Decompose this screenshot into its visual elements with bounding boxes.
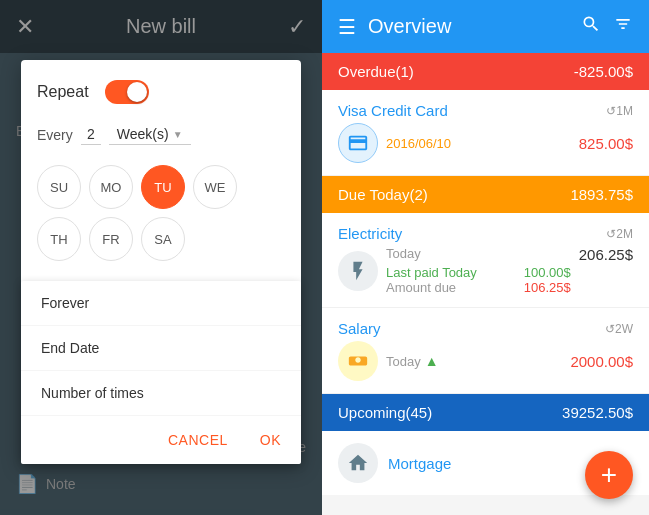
cancel-button[interactable]: CANCEL — [160, 428, 236, 452]
day-mo[interactable]: MO — [89, 165, 133, 209]
search-icon[interactable] — [581, 14, 601, 39]
repeat-dropdown-menu: Forever End Date Number of times CANCEL … — [21, 281, 301, 464]
toggle-thumb — [127, 82, 147, 102]
last-paid-label: Last paid Today — [386, 265, 477, 280]
day-fr[interactable]: FR — [89, 217, 133, 261]
salary-header: Salary ↺2W — [338, 320, 633, 337]
repeat-row: Repeat — [37, 80, 285, 104]
overview-list-container: Overdue(1) -825.00$ Visa Credit Card ↺1M… — [322, 53, 649, 515]
salary-detail: Today ▲ 2000.00$ — [338, 341, 633, 381]
salary-date-row: Today ▲ — [386, 353, 562, 369]
visa-meta: 2016/06/10 — [386, 134, 571, 152]
salary-name: Salary — [338, 320, 381, 337]
electricity-item[interactable]: Electricity ↺2M Today Last paid Today 10… — [322, 213, 649, 308]
dropdown-item-number-of-times[interactable]: Number of times — [21, 371, 301, 416]
due-today-amount: 1893.75$ — [570, 186, 633, 203]
day-sa[interactable]: SA — [141, 217, 185, 261]
electricity-header: Electricity ↺2M — [338, 225, 633, 242]
electricity-name: Electricity — [338, 225, 402, 242]
day-th[interactable]: TH — [37, 217, 81, 261]
mortgage-left: Mortgage — [338, 443, 451, 483]
electricity-sync: ↺2M — [606, 227, 633, 241]
left-panel: ✕ New bill ✓ 2000.00$ Bill type ? Repeat… — [0, 0, 322, 515]
electricity-detail: Today Last paid Today 100.00$ Amount due… — [338, 246, 633, 295]
overdue-amount: -825.00$ — [574, 63, 633, 80]
overdue-section-header: Overdue(1) -825.00$ — [322, 53, 649, 90]
overdue-label: Overdue(1) — [338, 63, 414, 80]
mortgage-name: Mortgage — [388, 455, 451, 472]
overview-list: Overdue(1) -825.00$ Visa Credit Card ↺1M… — [322, 53, 649, 515]
chevron-down-icon: ▼ — [173, 129, 183, 140]
every-num-input[interactable]: 2 — [81, 124, 101, 145]
upcoming-label: Upcoming(45) — [338, 404, 432, 421]
up-arrow-icon: ▲ — [425, 353, 439, 369]
due-today-label: Due Today(2) — [338, 186, 428, 203]
salary-amount: 2000.00$ — [570, 353, 633, 370]
salary-item[interactable]: Salary ↺2W Today ▲ 2000.00$ — [322, 308, 649, 394]
electricity-sub-rows: Last paid Today 100.00$ Amount due 106.2… — [386, 265, 571, 295]
every-label: Every — [37, 127, 73, 143]
visa-icon — [338, 123, 378, 163]
last-paid-amount: 100.00$ — [524, 265, 571, 280]
every-unit-select[interactable]: Week(s) ▼ — [109, 124, 191, 145]
amount-due-value: 106.25$ — [524, 280, 571, 295]
day-we[interactable]: WE — [193, 165, 237, 209]
dropdown-item-end-date[interactable]: End Date — [21, 326, 301, 371]
overview-title: Overview — [368, 15, 569, 38]
modal-card: Repeat Every 2 Week(s) ▼ SU MO TU — [21, 60, 301, 464]
filter-icon[interactable] — [613, 14, 633, 39]
modal-overlay: Repeat Every 2 Week(s) ▼ SU MO TU — [0, 0, 322, 515]
bill-item-header: Visa Credit Card ↺1M — [338, 102, 633, 119]
repeat-label: Repeat — [37, 83, 89, 101]
salary-meta: Today ▲ — [386, 353, 562, 369]
header-icons — [581, 14, 633, 39]
days-grid: SU MO TU WE TH FR SA — [37, 165, 285, 261]
electricity-date: Today — [386, 246, 571, 261]
electricity-amount-due: Amount due 106.25$ — [386, 280, 571, 295]
visa-sync: ↺1M — [606, 104, 633, 118]
day-tu[interactable]: TU — [141, 165, 185, 209]
salary-sync: ↺2W — [605, 322, 633, 336]
due-today-section-header: Due Today(2) 1893.75$ — [322, 176, 649, 213]
repeat-toggle[interactable] — [105, 80, 149, 104]
ok-button[interactable]: OK — [252, 428, 289, 452]
right-header: ☰ Overview — [322, 0, 649, 53]
visa-amount: 825.00$ — [579, 135, 633, 152]
upcoming-section-header: Upcoming(45) 39252.50$ — [322, 394, 649, 431]
visa-credit-card-item[interactable]: Visa Credit Card ↺1M 2016/06/10 825.00$ — [322, 90, 649, 176]
mortgage-icon — [338, 443, 378, 483]
salary-icon — [338, 341, 378, 381]
electricity-meta: Today Last paid Today 100.00$ Amount due… — [386, 246, 571, 295]
hamburger-icon[interactable]: ☰ — [338, 15, 356, 39]
add-bill-fab[interactable]: + — [585, 451, 633, 499]
amount-due-label: Amount due — [386, 280, 456, 295]
electricity-amount: 206.25$ — [579, 246, 633, 263]
dropdown-item-forever[interactable]: Forever — [21, 281, 301, 326]
visa-date: 2016/06/10 — [386, 136, 451, 151]
bill-detail-row: 2016/06/10 825.00$ — [338, 123, 633, 163]
right-panel: ☰ Overview Overdue(1) -825.00$ Visa Cred… — [322, 0, 649, 515]
upcoming-amount: 39252.50$ — [562, 404, 633, 421]
electricity-last-paid: Last paid Today 100.00$ — [386, 265, 571, 280]
day-su[interactable]: SU — [37, 165, 81, 209]
electricity-icon — [338, 251, 378, 291]
visa-name: Visa Credit Card — [338, 102, 448, 119]
salary-date: Today — [386, 354, 421, 369]
every-row: Every 2 Week(s) ▼ — [37, 124, 285, 145]
